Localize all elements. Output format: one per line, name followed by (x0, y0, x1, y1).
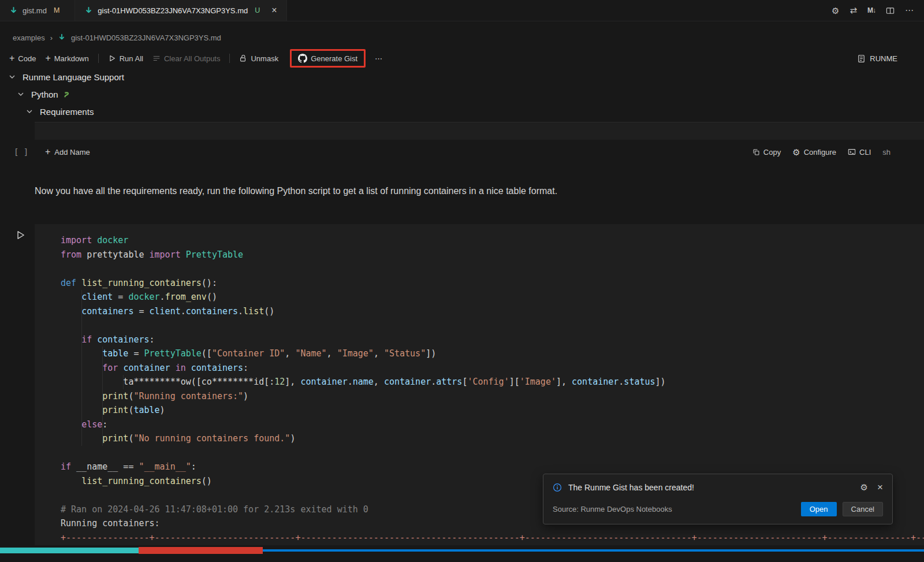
code-line: if containers: (61, 333, 924, 347)
more-actions-icon[interactable]: ⋯ (375, 54, 382, 63)
info-icon (553, 483, 562, 492)
vscode-window: gist.md M gist-01HWD053BZ23JN6VA7X3NGP3Y… (0, 0, 924, 562)
code-line (61, 262, 924, 276)
indent-guide (123, 375, 124, 389)
add-code-button[interactable]: + Code (9, 54, 36, 63)
modified-badge: M (54, 6, 59, 14)
code-line: client = docker.from_env() (61, 290, 924, 304)
shell-cell-editor-bottom[interactable] (35, 122, 924, 140)
close-icon[interactable]: × (271, 6, 277, 15)
progress-strip-elapsed (0, 548, 139, 553)
unmask-button[interactable]: Unmask (239, 54, 278, 63)
more-actions-icon[interactable]: ⋯ (905, 5, 914, 16)
snake-emoji-icon (63, 90, 72, 99)
progress-strip-track (263, 549, 924, 552)
terminal-icon (848, 148, 856, 156)
gear-icon: ⚙ (792, 148, 800, 157)
plus-icon: + (45, 54, 50, 63)
breadcrumb: examples › gist-01HWD053BZ23JN6VA7X3NGP3… (13, 31, 221, 44)
tab-gist-notebook[interactable]: gist-01HWD053BZ23JN6VA7X3NGP3YS.md U × (75, 0, 286, 21)
play-icon (108, 54, 116, 62)
code-line: print(table) (61, 403, 924, 418)
gear-icon[interactable]: ⚙ (832, 6, 839, 15)
heading-label: Python (31, 90, 58, 99)
code-editor[interactable]: import dockerfrom prettytable import Pre… (61, 233, 924, 488)
runme-kernel-icon (857, 54, 866, 63)
breadcrumb-folder[interactable]: examples (13, 34, 45, 42)
runme-file-icon (9, 6, 18, 15)
chevron-down-icon[interactable] (8, 73, 16, 81)
notification-toast: The Runme Gist has been created! ⚙ × Sou… (543, 474, 893, 524)
clear-all-outputs-button[interactable]: Clear All Outputs (152, 54, 221, 63)
generate-gist-button[interactable]: Generate Gist (298, 54, 357, 63)
markdown-paragraph: Now you have all the requirements ready,… (35, 186, 878, 196)
copy-button[interactable]: Copy (752, 148, 781, 157)
editor-actions: ⚙ ⇄ M↓ ⋯ (832, 0, 924, 21)
cli-button[interactable]: CLI (848, 148, 871, 157)
runme-kernel-button[interactable]: RUNME (857, 54, 897, 63)
execution-count-placeholder: [ ] (14, 147, 28, 157)
code-line: import docker (61, 233, 924, 248)
heading-label: Requirements (40, 107, 94, 117)
run-cell-button[interactable] (15, 230, 25, 240)
toolbar-separator (98, 54, 99, 63)
runme-file-icon (84, 6, 93, 15)
progress-strip-marker (139, 547, 263, 554)
code-line: table = PrettyTable(["Container ID", "Na… (61, 347, 924, 361)
unlock-icon (239, 54, 247, 62)
toolbar-separator (229, 54, 230, 63)
heading-runme-language-support: Runme Language Support (8, 69, 124, 84)
plus-icon: + (9, 54, 14, 63)
run-all-button[interactable]: Run All (108, 54, 143, 63)
runme-file-icon (58, 34, 66, 42)
indent-guide (81, 290, 82, 446)
code-line: ta*********ow([co********id[:12], contai… (61, 375, 924, 389)
toast-header: The Runme Gist has been created! ⚙ × (543, 474, 892, 497)
heading-requirements: Requirements (25, 104, 94, 119)
toast-source: Source: Runme DevOps Notebooks (553, 505, 672, 513)
toast-message: The Runme Gist has been created! (568, 483, 694, 492)
clear-outputs-icon (152, 54, 161, 62)
chevron-down-icon[interactable] (25, 107, 33, 116)
cell-footer-actions: Copy ⚙ Configure CLI sh (752, 148, 891, 157)
split-editor-icon[interactable] (886, 6, 895, 15)
notebook-toolbar: + Code + Markdown Run All Clear All Outp… (9, 49, 915, 68)
compare-changes-icon[interactable]: ⇄ (850, 5, 857, 16)
code-line: def list_running_containers(): (61, 276, 924, 291)
plus-icon: + (45, 147, 50, 157)
code-line (61, 446, 924, 460)
untracked-badge: U (255, 6, 260, 14)
editor-tab-bar: gist.md M gist-01HWD053BZ23JN6VA7X3NGP3Y… (0, 0, 924, 21)
play-icon (15, 230, 25, 240)
tab-label: gist.md (23, 6, 47, 15)
code-line: else: (61, 418, 924, 432)
markdown-preview-icon[interactable]: M↓ (867, 6, 875, 14)
breadcrumb-separator: › (50, 34, 53, 42)
indent-guide (102, 347, 103, 446)
code-line: containers = client.containers.list() (61, 304, 924, 319)
heading-python: Python (17, 87, 72, 102)
toast-buttons: Open Cancel (801, 502, 883, 516)
copy-icon (752, 148, 760, 156)
breadcrumb-file[interactable]: gist-01HWD053BZ23JN6VA7X3NGP3YS.md (71, 34, 221, 42)
code-line: +----------------+----------------------… (61, 531, 924, 545)
code-line: print("No running containers found.") (61, 431, 924, 446)
configure-button[interactable]: ⚙ Configure (792, 148, 836, 157)
open-button[interactable]: Open (801, 502, 837, 516)
code-line: from prettytable import PrettyTable (61, 248, 924, 262)
code-line (61, 318, 924, 333)
github-icon (298, 54, 307, 63)
shell-cell-footer: [ ] + Add Name Copy ⚙ Configure (0, 142, 924, 162)
close-icon[interactable]: × (877, 482, 883, 492)
tab-label: gist-01HWD053BZ23JN6VA7X3NGP3YS.md (98, 6, 248, 15)
gear-icon[interactable]: ⚙ (860, 483, 868, 492)
add-name-button[interactable]: + Add Name (45, 147, 90, 157)
cancel-button[interactable]: Cancel (843, 502, 883, 516)
chevron-down-icon[interactable] (17, 90, 25, 98)
language-picker[interactable]: sh (882, 148, 891, 157)
annotation-highlight: Generate Gist (290, 49, 366, 68)
add-markdown-button[interactable]: + Markdown (45, 54, 88, 63)
toast-actions: ⚙ × (860, 482, 883, 492)
tab-gist-md[interactable]: gist.md M (0, 0, 75, 21)
code-line: print("Running containers:") (61, 389, 924, 404)
